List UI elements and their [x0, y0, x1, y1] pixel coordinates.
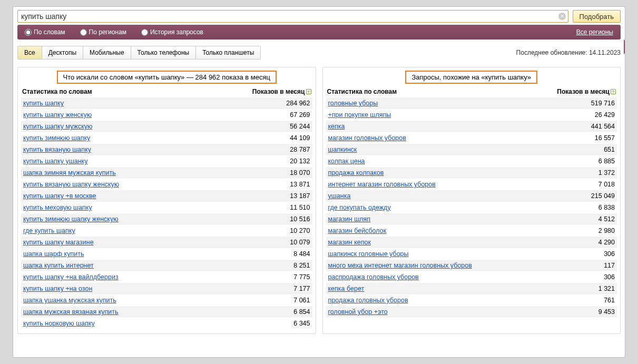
table-row: купить шапку +в москве13 187: [21, 190, 312, 202]
left-keyword-link[interactable]: шапка купить интернет: [23, 262, 94, 269]
right-table: головные уборы519 716+при покупке шляпы2…: [326, 97, 617, 318]
table-row: головной убор +это9 453: [326, 306, 617, 318]
last-update-value: 14.11.2023: [589, 49, 621, 56]
right-keyword-link[interactable]: продажа головных уборов: [328, 297, 408, 304]
right-keyword-link[interactable]: магазин кепок: [328, 239, 371, 246]
search-input[interactable]: [17, 10, 568, 23]
right-keyword-link[interactable]: магазин шляп: [328, 215, 371, 223]
right-keyword-link[interactable]: магазин головных уборов: [328, 134, 406, 142]
table-row: купить шапку284 962: [21, 97, 312, 109]
left-keyword-link[interactable]: шапка мужская вязаная купить: [23, 308, 119, 316]
ribbon-arrow-icon: [624, 40, 625, 54]
left-keyword-link[interactable]: купить зимнюю шапку женскую: [23, 215, 119, 223]
clear-search-icon[interactable]: ✕: [558, 13, 566, 20]
table-row: кепка берет1 321: [326, 283, 617, 294]
left-count: 44 109: [249, 132, 312, 144]
right-keyword-link[interactable]: где покупать одежду: [328, 204, 391, 211]
left-keyword-link[interactable]: купить вязаную шапку: [23, 146, 91, 153]
right-header-count: Показов в месяц: [557, 88, 610, 95]
table-row: магазин головных уборов16 557: [326, 132, 617, 144]
device-tab-1[interactable]: Десктопы: [42, 46, 83, 59]
right-count: 1 321: [554, 283, 617, 294]
table-row: купить вязаную шапку28 787: [21, 144, 312, 155]
right-count: 306: [554, 248, 617, 260]
left-count: 11 510: [249, 202, 312, 213]
device-tab-4[interactable]: Только планшеты: [196, 46, 260, 59]
right-title: Запросы, похожие на «купить шапку»: [405, 71, 537, 84]
help-icon[interactable]: ?: [306, 89, 311, 94]
left-keyword-link[interactable]: где купить шапку: [23, 227, 75, 234]
left-keyword-link[interactable]: купить норковую шапку: [23, 320, 95, 327]
left-count: 7 177: [249, 283, 312, 294]
right-keyword-link[interactable]: головные уборы: [328, 100, 378, 107]
right-keyword-link[interactable]: кепка: [328, 123, 345, 130]
right-count: 7 018: [554, 179, 617, 190]
right-count: 6 885: [554, 155, 617, 167]
left-keyword-link[interactable]: купить шапку +на озон: [23, 285, 92, 292]
help-icon[interactable]: ?: [611, 89, 616, 94]
table-row: интернет магазин головных уборов7 018: [326, 179, 617, 190]
right-keyword-link[interactable]: шапкинск: [328, 146, 357, 153]
right-keyword-link[interactable]: интернет магазин головных уборов: [328, 181, 436, 188]
right-keyword-link[interactable]: колпак цена: [328, 158, 365, 165]
right-count: 651: [554, 144, 617, 155]
mode-by-regions[interactable]: По регионам: [80, 28, 126, 36]
left-count: 56 244: [249, 121, 312, 132]
mode-by-regions-radio[interactable]: [80, 29, 87, 36]
right-keyword-link[interactable]: +при покупке шляпы: [328, 111, 391, 119]
table-row: продажа головных уборов761: [326, 294, 617, 306]
right-keyword-link[interactable]: распродажа головных уборов: [328, 273, 419, 281]
right-keyword-link[interactable]: ушанка: [328, 192, 351, 200]
table-row: много меха интернет магазин головных убо…: [326, 260, 617, 271]
table-row: ушанка215 049: [326, 190, 617, 202]
submit-button[interactable]: Подобрать: [573, 10, 621, 23]
mode-history[interactable]: История запросов: [141, 28, 203, 36]
left-count: 6 854: [249, 306, 312, 318]
right-count: 441 564: [554, 121, 617, 132]
table-row: продажа колпаков1 372: [326, 167, 617, 179]
right-count: 16 557: [554, 132, 617, 144]
left-count: 20 132: [249, 155, 312, 167]
mode-history-radio[interactable]: [141, 29, 148, 36]
region-link[interactable]: Все регионы: [576, 28, 613, 36]
device-tab-0[interactable]: Все: [18, 46, 42, 59]
table-row: купить шапку +на озон7 177: [21, 283, 312, 294]
left-keyword-link[interactable]: купить шапку женскую: [23, 111, 92, 119]
table-row: купить меховую шапку11 510: [21, 202, 312, 213]
right-keyword-link[interactable]: шапкинск головные уборы: [328, 250, 409, 258]
left-header-stats: Статистика по словам: [22, 88, 238, 95]
right-keyword-link[interactable]: много меха интернет магазин головных убо…: [328, 262, 472, 269]
device-tab-2[interactable]: Мобильные: [83, 46, 131, 59]
search-ribbon: ✕ Подобрать По словам По регионам: [17, 10, 621, 40]
right-count: 761: [554, 294, 617, 306]
table-row: шапкинск651: [326, 144, 617, 155]
left-column: Что искали со словом «купить шапку» — 28…: [17, 67, 316, 334]
left-count: 67 269: [249, 109, 312, 121]
left-keyword-link[interactable]: купить шапку ушанку: [23, 158, 87, 165]
right-keyword-link[interactable]: продажа колпаков: [328, 169, 384, 176]
mode-by-words[interactable]: По словам: [25, 28, 65, 36]
device-tab-3[interactable]: Только телефоны: [131, 46, 197, 59]
left-keyword-link[interactable]: купить шапку мужскую: [23, 123, 92, 130]
right-header-stats: Статистика по словам: [327, 88, 543, 95]
table-row: купить норковую шапку6 345: [21, 318, 312, 329]
left-keyword-link[interactable]: шапка шарф купить: [23, 250, 84, 258]
left-keyword-link[interactable]: купить шапку +на вайлдберриз: [23, 273, 119, 281]
left-keyword-link[interactable]: купить меховую шапку: [23, 204, 92, 211]
left-keyword-link[interactable]: купить вязаную шапку женскую: [23, 181, 119, 188]
left-keyword-link[interactable]: шапка зимняя мужская купить: [23, 169, 116, 176]
left-keyword-link[interactable]: купить шапку +в москве: [23, 192, 96, 200]
right-keyword-link[interactable]: кепка берет: [328, 285, 365, 292]
left-keyword-link[interactable]: купить шапку магазине: [23, 239, 94, 246]
left-header-count: Показов в месяц: [252, 88, 305, 95]
left-count: 8 484: [249, 248, 312, 260]
table-row: шапкинск головные уборы306: [326, 248, 617, 260]
left-count: 6 345: [249, 318, 312, 329]
right-keyword-link[interactable]: головной убор +это: [328, 308, 388, 316]
left-keyword-link[interactable]: купить шапку: [23, 100, 64, 107]
left-keyword-link[interactable]: шапка ушанка мужская купить: [23, 297, 116, 304]
mode-by-words-radio[interactable]: [25, 29, 32, 36]
table-row: купить зимнюю шапку женскую10 516: [21, 213, 312, 225]
right-keyword-link[interactable]: магазин бейсболок: [328, 227, 387, 234]
left-keyword-link[interactable]: купить зимнюю шапку: [23, 134, 90, 142]
